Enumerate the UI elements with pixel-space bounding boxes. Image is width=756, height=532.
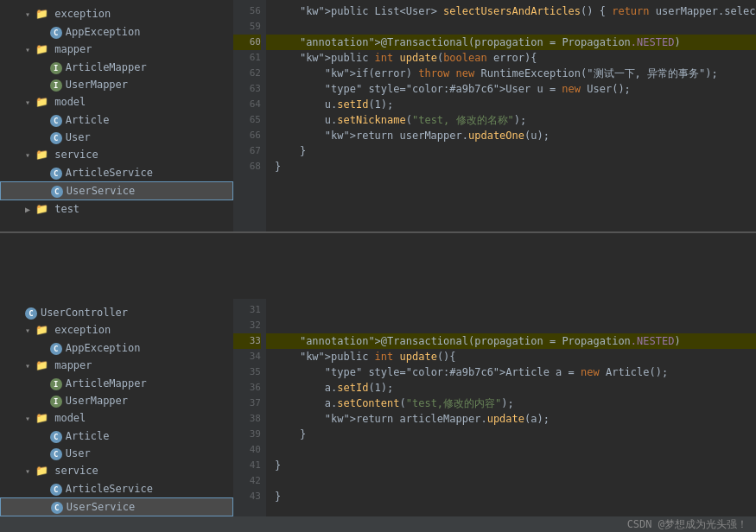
top-file-tree: ▾ 📁 exception CAppException ▾ 📁 mapper I… (0, 0, 233, 231)
tree-item-usermapper[interactable]: IUserMapper (0, 76, 233, 93)
top-code-area: 5659606162636465666768 "kw">public List<… (233, 0, 756, 231)
tree-item-user[interactable]: CUser (0, 445, 233, 462)
tree-item-articlemapper[interactable]: IArticleMapper (0, 59, 233, 76)
tree-item-articleservice[interactable]: CArticleService (0, 164, 233, 181)
tree-item-appexception[interactable]: CAppException (0, 23, 233, 41)
tree-item-userservice[interactable]: CUserService (0, 497, 233, 516)
top-panel: ▾ 📁 exception CAppException ▾ 📁 mapper I… (0, 0, 756, 233)
top-line-numbers: 5659606162636465666768 (233, 0, 266, 231)
top-code-content: "kw">public List<User> selectUsersAndArt… (266, 0, 756, 231)
tree-item-userservice[interactable]: CUserService (0, 181, 233, 200)
bottom-file-tree: CUserController ▾ 📁 exception CAppExcept… (0, 299, 233, 530)
tree-item-mapper[interactable]: ▾ 📁 mapper (0, 357, 233, 375)
tree-item-articlemapper[interactable]: IArticleMapper (0, 375, 233, 392)
tree-item-articleservice[interactable]: CArticleService (0, 480, 233, 497)
tree-item-mapper[interactable]: ▾ 📁 mapper (0, 41, 233, 59)
tree-item-test[interactable]: ▶ 📁 test (0, 200, 233, 218)
tree-item-exception[interactable]: ▾ 📁 exception (0, 321, 233, 339)
tree-item-model[interactable]: ▾ 📁 model (0, 409, 233, 428)
bottom-code-area: 31323334353637383940414243 "annotation">… (233, 299, 756, 530)
tree-item-service[interactable]: ▾ 📁 service (0, 146, 233, 164)
bottom-code-content: "annotation">@Transactional(propagation … (266, 299, 756, 530)
tree-item-article[interactable]: CArticle (0, 111, 233, 129)
tree-item-usermapper[interactable]: IUserMapper (0, 392, 233, 409)
tree-item-usercontroller[interactable]: CUserController (0, 304, 233, 321)
tree-item-user[interactable]: CUser (0, 129, 233, 146)
bottom-line-numbers: 31323334353637383940414243 (233, 299, 266, 530)
bottom-bar: CSDN @梦想成为光头强！ (0, 516, 756, 532)
tree-item-appexception[interactable]: CAppException (0, 339, 233, 357)
tree-item-model[interactable]: ▾ 📁 model (0, 93, 233, 111)
tree-item-article[interactable]: CArticle (0, 428, 233, 445)
watermark: CSDN @梦想成为光头强！ (627, 517, 747, 532)
tree-item-service[interactable]: ▾ 📁 service (0, 462, 233, 480)
bottom-panel: CUserController ▾ 📁 exception CAppExcept… (0, 299, 756, 532)
tree-item-exception[interactable]: ▾ 📁 exception (0, 5, 233, 23)
spacer (0, 233, 756, 299)
